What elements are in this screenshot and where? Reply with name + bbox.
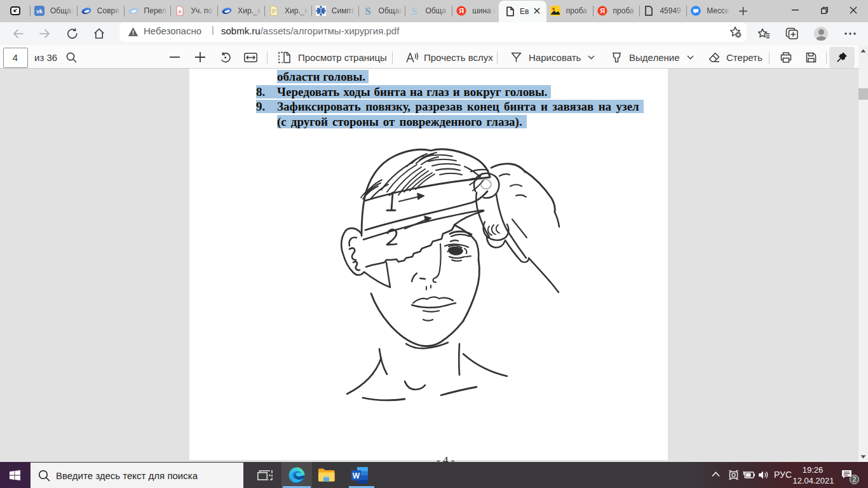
- svg-text:vk: vk: [36, 8, 43, 15]
- svg-text:S: S: [365, 6, 370, 16]
- svg-text:Я: Я: [600, 7, 605, 15]
- svg-text:W: W: [353, 471, 360, 480]
- svg-text:A: A: [179, 9, 182, 15]
- svg-text:Я: Я: [459, 7, 464, 15]
- svg-text:S: S: [412, 6, 417, 16]
